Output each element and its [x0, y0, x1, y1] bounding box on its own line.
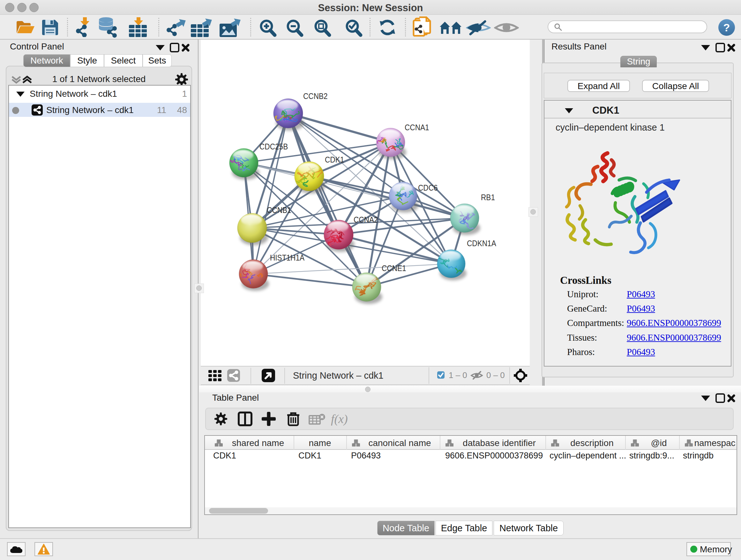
- svg-text:CCNB1: CCNB1: [267, 206, 291, 215]
- svg-text:CDC25B: CDC25B: [259, 142, 288, 151]
- svg-text:CCNA1: CCNA1: [405, 123, 429, 132]
- svg-text:CCNE1: CCNE1: [382, 264, 406, 273]
- svg-text:RB1: RB1: [481, 193, 495, 202]
- svg-text:CCNA2: CCNA2: [354, 215, 378, 225]
- svg-text:CDC6: CDC6: [418, 183, 438, 192]
- svg-text:CDK1: CDK1: [325, 155, 344, 165]
- svg-text:CDKN1A: CDKN1A: [467, 239, 496, 248]
- svg-text:HIST1H1A: HIST1H1A: [270, 253, 305, 262]
- svg-text:CCNB2: CCNB2: [303, 91, 328, 101]
